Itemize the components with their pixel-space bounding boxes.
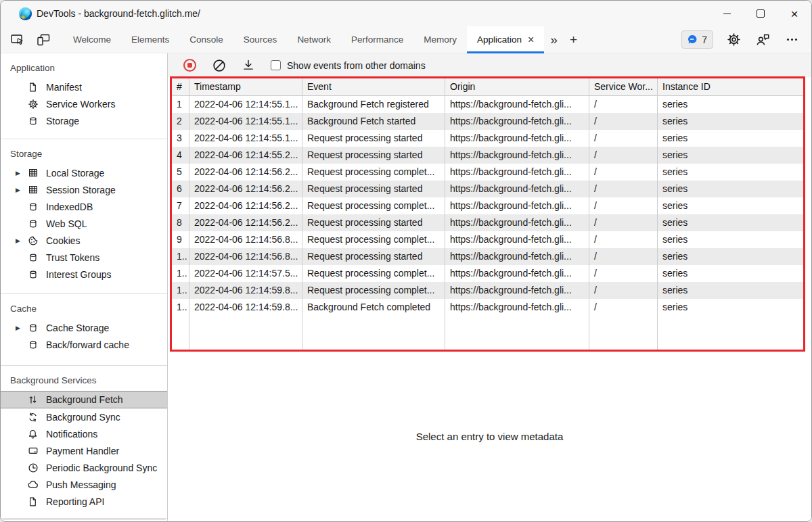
cell-event: Request processing started xyxy=(302,248,445,265)
cell-service-wor: / xyxy=(589,299,658,316)
settings-button[interactable] xyxy=(725,30,742,49)
sidebar-item-interest-groups[interactable]: Interest Groups xyxy=(1,266,167,283)
cell-instance-id: series xyxy=(658,282,803,299)
devtools-tabbar: WelcomeElementsConsoleSourcesNetworkPerf… xyxy=(1,26,811,53)
close-button[interactable]: × xyxy=(777,1,811,26)
tab-label: Application xyxy=(477,34,522,45)
table-row[interactable]: 22022-04-06 12:14:55.1...Background Fetc… xyxy=(172,113,803,130)
close-tab-icon[interactable]: × xyxy=(528,35,534,45)
record-button[interactable] xyxy=(183,59,196,72)
sidebar-item-cache-storage[interactable]: ▶Cache Storage xyxy=(1,319,167,336)
cell-: 1.. xyxy=(172,265,189,282)
events-table-header: #TimestampEventOriginService Wor...Insta… xyxy=(172,78,803,96)
sidebar-item-cookies[interactable]: ▶Cookies xyxy=(1,232,167,249)
table-row[interactable]: 42022-04-06 12:14:55.2...Request process… xyxy=(172,147,803,164)
sidebar-item-indexeddb[interactable]: IndexedDB xyxy=(1,198,167,215)
tab-label: Elements xyxy=(131,34,169,45)
tab-application[interactable]: Application× xyxy=(467,26,544,53)
download-button[interactable] xyxy=(242,59,254,72)
inspect-element-button[interactable] xyxy=(9,30,26,49)
column-header-event[interactable]: Event xyxy=(302,78,445,95)
tab-sources[interactable]: Sources xyxy=(233,26,288,53)
table-row[interactable]: 1..2022-04-06 12:14:57.5...Request proce… xyxy=(172,265,803,282)
table-row[interactable]: 82022-04-06 12:14:56.2...Request process… xyxy=(172,214,803,231)
sidebar-item-storage[interactable]: Storage xyxy=(1,112,167,129)
table-row[interactable]: 1..2022-04-06 12:14:59.8...Background Fe… xyxy=(172,299,803,316)
sidebar-item-label: Storage xyxy=(46,116,79,126)
cell-: 4 xyxy=(172,147,189,164)
tab-console[interactable]: Console xyxy=(179,26,233,53)
device-toolbar-button[interactable] xyxy=(35,30,52,49)
sidebar-item-web-sql[interactable]: Web SQL xyxy=(1,215,167,232)
minimize-button[interactable] xyxy=(710,1,744,26)
add-tab-button[interactable]: + xyxy=(564,26,583,53)
issues-counter-button[interactable]: 7 xyxy=(681,30,713,49)
sidebar-item-service-workers[interactable]: Service Workers xyxy=(1,95,167,112)
tab-label: Console xyxy=(189,34,223,45)
sidebar-item-payment-handler[interactable]: Payment Handler xyxy=(1,442,167,459)
column-header-origin[interactable]: Origin xyxy=(445,78,589,95)
empty-cell xyxy=(302,316,445,350)
tab-label: Memory xyxy=(424,34,457,45)
window-title: DevTools - background-fetch.glitch.me/ xyxy=(37,8,200,19)
table-row[interactable]: 62022-04-06 12:14:56.2...Request process… xyxy=(172,181,803,197)
sidebar-item-local-storage[interactable]: ▶Local Storage xyxy=(1,164,167,181)
gear-icon xyxy=(727,32,741,47)
cell-timestamp: 2022-04-06 12:14:56.2... xyxy=(189,197,302,214)
cell-: 1 xyxy=(172,96,189,113)
more-options-button[interactable] xyxy=(783,30,800,49)
show-events-checkbox[interactable] xyxy=(271,60,281,70)
more-tabs-button[interactable]: » xyxy=(544,26,564,53)
expand-arrow-icon[interactable]: ▶ xyxy=(16,170,27,176)
sidebar-item-trust-tokens[interactable]: Trust Tokens xyxy=(1,249,167,266)
maximize-button[interactable] xyxy=(744,1,777,26)
sidebar-item-periodic-background-sync[interactable]: Periodic Background Sync xyxy=(1,459,167,476)
table-row[interactable]: 52022-04-06 12:14:56.2...Request process… xyxy=(172,164,803,181)
clear-button[interactable] xyxy=(212,59,226,72)
table-row[interactable]: 92022-04-06 12:14:56.8...Request process… xyxy=(172,231,803,248)
expand-arrow-icon[interactable]: ▶ xyxy=(16,237,27,244)
sidebar-item-background-sync[interactable]: Background Sync xyxy=(1,408,167,425)
expand-arrow-icon[interactable]: ▶ xyxy=(16,187,27,193)
metadata-placeholder: Select an entry to view metadata xyxy=(416,431,564,442)
column-header-timestamp[interactable]: Timestamp xyxy=(189,78,302,95)
cell-origin: https://background-fetch.gli... xyxy=(445,130,589,147)
cell-: 9 xyxy=(172,231,189,248)
tab-elements[interactable]: Elements xyxy=(121,26,179,53)
cell-instance-id: series xyxy=(658,248,803,265)
sidebar-item-push-messaging[interactable]: Push Messaging xyxy=(1,476,167,493)
cell-origin: https://background-fetch.gli... xyxy=(445,282,589,299)
tab-welcome[interactable]: Welcome xyxy=(63,26,121,53)
cell-instance-id: series xyxy=(658,164,803,181)
tab-network[interactable]: Network xyxy=(287,26,341,53)
table-row[interactable]: 1..2022-04-06 12:14:56.8...Request proce… xyxy=(172,248,803,265)
sidebar-item-notifications[interactable]: Notifications xyxy=(1,425,167,442)
cell-event: Request processing complet... xyxy=(302,231,445,248)
cell-: 8 xyxy=(172,214,189,231)
sidebar-item-manifest[interactable]: Manifest xyxy=(1,78,167,95)
sidebar-item-label: Cookies xyxy=(46,235,81,246)
cell-service-wor: / xyxy=(589,164,658,181)
sidebar-scrollbar[interactable] xyxy=(2,519,166,520)
tab-memory[interactable]: Memory xyxy=(413,26,467,53)
column-header-instance-id[interactable]: Instance ID xyxy=(658,78,803,95)
sidebar-item-label: Local Storage xyxy=(46,168,104,179)
column-header-service-wor[interactable]: Service Wor... xyxy=(589,78,658,95)
sidebar-item-label: Background Sync xyxy=(46,412,120,423)
table-row[interactable]: 1..2022-04-06 12:14:59.8...Request proce… xyxy=(172,282,803,299)
cell-timestamp: 2022-04-06 12:14:55.1... xyxy=(189,96,302,113)
feedback-button[interactable] xyxy=(754,30,771,49)
table-row[interactable]: 12022-04-06 12:14:55.1...Background Fetc… xyxy=(172,96,803,113)
tab-performance[interactable]: Performance xyxy=(341,26,413,53)
sidebar-item-back-forward-cache[interactable]: Back/forward cache xyxy=(1,336,167,353)
table-row[interactable]: 32022-04-06 12:14:55.1...Request process… xyxy=(172,130,803,147)
expand-arrow-icon[interactable]: ▶ xyxy=(16,325,27,331)
database-icon xyxy=(27,322,39,333)
cell-service-wor: / xyxy=(589,197,658,214)
sidebar-item-background-fetch[interactable]: Background Fetch xyxy=(1,391,167,408)
sidebar-item-reporting-api[interactable]: Reporting API xyxy=(1,493,167,510)
column-header-[interactable]: # xyxy=(172,78,189,95)
table-row[interactable]: 72022-04-06 12:14:56.2...Request process… xyxy=(172,197,803,214)
sidebar-section-application: ApplicationManifestService WorkersStorag… xyxy=(1,53,167,139)
sidebar-item-session-storage[interactable]: ▶Session Storage xyxy=(1,181,167,198)
